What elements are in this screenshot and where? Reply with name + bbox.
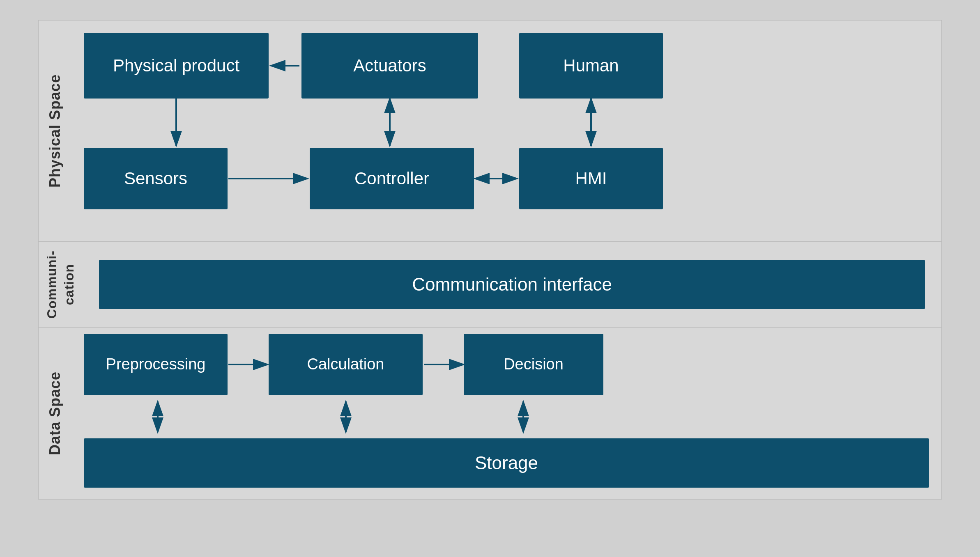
hmi-label: HMI bbox=[575, 169, 607, 188]
preprocessing-label: Preprocessing bbox=[106, 355, 206, 373]
controller-label: Controller bbox=[354, 169, 429, 188]
communication-label: Communi-cation bbox=[39, 242, 83, 327]
calculation-label: Calculation bbox=[307, 355, 384, 373]
decision-label: Decision bbox=[504, 355, 564, 373]
comm-arrows bbox=[83, 242, 941, 327]
hmi-box: HMI bbox=[519, 148, 663, 209]
preprocessing-box: Preprocessing bbox=[84, 334, 228, 395]
actuators-box: Actuators bbox=[301, 33, 478, 99]
human-box: Human bbox=[519, 33, 663, 99]
data-space-content: Preprocessing Calculation Decision Stora… bbox=[71, 328, 941, 499]
sensors-box: Sensors bbox=[84, 148, 228, 209]
communication-content: Communication interface bbox=[83, 242, 941, 327]
communication-section: Communi-cation Communication interface bbox=[38, 242, 942, 327]
data-space-section: Data Space bbox=[38, 327, 942, 500]
physical-space-section: Physical Space bbox=[38, 20, 942, 242]
actuators-label: Actuators bbox=[353, 56, 426, 76]
physical-product-label: Physical product bbox=[113, 56, 239, 76]
decision-box: Decision bbox=[464, 334, 603, 395]
data-space-label: Data Space bbox=[39, 328, 71, 499]
sensors-label: Sensors bbox=[124, 169, 187, 188]
storage-box: Storage bbox=[84, 438, 929, 488]
calculation-box: Calculation bbox=[269, 334, 423, 395]
controller-box: Controller bbox=[310, 148, 474, 209]
physical-product-box: Physical product bbox=[84, 33, 269, 99]
human-label: Human bbox=[563, 56, 619, 76]
diagram-wrapper: Physical Space bbox=[38, 20, 942, 537]
physical-space-label: Physical Space bbox=[39, 21, 71, 241]
physical-space-content: Physical product Actuators Human Sensors… bbox=[71, 21, 941, 241]
storage-label: Storage bbox=[475, 453, 538, 473]
